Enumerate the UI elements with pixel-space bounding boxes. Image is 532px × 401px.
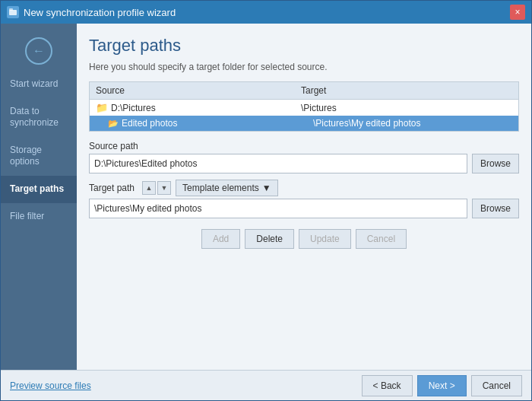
svg-rect-1	[9, 8, 13, 11]
sidebar-item-file-filter[interactable]: File filter	[1, 203, 77, 231]
arrow-buttons: ▲ ▼	[142, 181, 171, 195]
table-row[interactable]: 📂 Edited photos \Pictures\My edited phot…	[90, 116, 518, 131]
sidebar-item-storage-options[interactable]: Storage options	[1, 137, 77, 176]
content-area: ← Start wizard Data to synchronize Stora…	[1, 24, 531, 370]
description-text: Here you should specify a target folder …	[89, 62, 519, 72]
sidebar-item-data-to-synchronize[interactable]: Data to synchronize	[1, 98, 77, 137]
page-title: Target paths	[89, 36, 519, 56]
source-path-section: Source path Browse	[89, 141, 519, 173]
template-elements-button[interactable]: Template elements ▼	[176, 180, 278, 196]
down-arrow-icon: ▼	[161, 184, 168, 192]
target-path-section: Target path ▲ ▼ Template elements ▼	[89, 180, 519, 218]
action-buttons: Add Delete Update Cancel	[89, 229, 519, 249]
next-button[interactable]: Next >	[417, 375, 467, 396]
back-circle-icon[interactable]: ←	[25, 37, 52, 65]
source-browse-button[interactable]: Browse	[472, 154, 519, 173]
target-browse-button[interactable]: Browse	[472, 199, 519, 218]
main-window: New synchronization profile wizard × ← S…	[0, 0, 532, 401]
back-button[interactable]: ←	[1, 31, 77, 71]
template-dropdown-icon: ▼	[262, 183, 271, 193]
source-column-header: Source	[96, 85, 301, 96]
move-up-button[interactable]: ▲	[142, 181, 156, 195]
footer-buttons: < Back Next > Cancel	[362, 375, 522, 396]
tree-table: Source Target 📁 D:\Pictures \Pictures 📂 …	[89, 81, 519, 132]
sidebar: ← Start wizard Data to synchronize Stora…	[1, 24, 77, 370]
folder-icon: 📁	[96, 102, 108, 113]
row2-target: \Pictures\My edited photos	[313, 118, 512, 129]
target-path-row: Browse	[89, 199, 519, 218]
back-nav-button[interactable]: < Back	[362, 375, 413, 396]
source-path-row: Browse	[89, 154, 519, 173]
sidebar-item-start-wizard[interactable]: Start wizard	[1, 71, 77, 98]
up-arrow-icon: ▲	[146, 184, 153, 192]
titlebar: New synchronization profile wizard ×	[1, 1, 531, 24]
footer: Preview source files < Back Next > Cance…	[1, 370, 531, 400]
sidebar-item-target-paths[interactable]: Target paths	[1, 176, 77, 203]
source-path-label: Source path	[89, 141, 519, 151]
app-icon	[7, 6, 19, 18]
target-column-header: Target	[301, 85, 512, 96]
table-row[interactable]: 📁 D:\Pictures \Pictures	[90, 100, 518, 116]
row2-source: 📂 Edited photos	[108, 118, 313, 129]
update-button[interactable]: Update	[299, 229, 351, 249]
target-label-row: Target path ▲ ▼ Template elements ▼	[89, 180, 519, 196]
source-path-input[interactable]	[89, 154, 467, 173]
subfolder-icon: 📂	[108, 119, 119, 129]
row1-target: \Pictures	[301, 103, 512, 113]
tree-header: Source Target	[90, 82, 518, 100]
cancel-action-button[interactable]: Cancel	[356, 229, 407, 249]
preview-source-files-link[interactable]: Preview source files	[10, 380, 91, 391]
cancel-button[interactable]: Cancel	[471, 375, 522, 396]
spacer	[89, 249, 519, 358]
add-button[interactable]: Add	[201, 229, 240, 249]
svg-rect-0	[9, 10, 17, 15]
target-path-input[interactable]	[89, 199, 467, 218]
main-content: Target paths Here you should specify a t…	[77, 24, 531, 370]
window-title: New synchronization profile wizard	[24, 7, 176, 18]
target-path-label: Target path	[89, 183, 135, 193]
row1-source: 📁 D:\Pictures	[96, 102, 301, 113]
delete-button[interactable]: Delete	[245, 229, 294, 249]
close-button[interactable]: ×	[510, 5, 525, 20]
back-arrow-icon: ←	[33, 44, 45, 58]
titlebar-left: New synchronization profile wizard	[7, 6, 176, 18]
move-down-button[interactable]: ▼	[157, 181, 171, 195]
